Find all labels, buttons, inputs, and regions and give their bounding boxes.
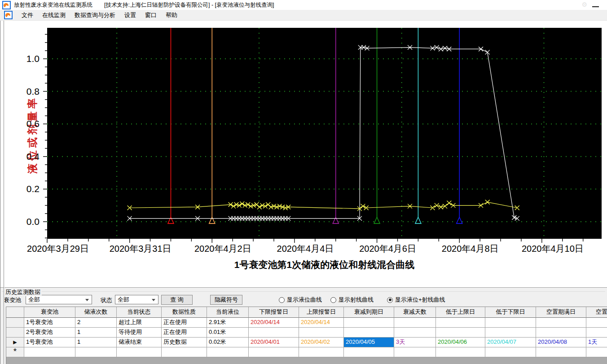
table-cell[interactable]	[436, 328, 485, 338]
table-cell[interactable]	[162, 347, 207, 357]
row-selector[interactable]	[6, 328, 24, 338]
table-cell[interactable]: 2020/04/14	[299, 318, 344, 328]
table-cell[interactable]	[299, 347, 344, 357]
app-logo-icon	[2, 1, 11, 9]
svg-text:2020年3月31日: 2020年3月31日	[110, 244, 172, 254]
table-cell[interactable]	[485, 347, 536, 357]
query-button[interactable]: 查 询	[161, 295, 193, 305]
status-filter-value: 全部	[118, 296, 129, 303]
table-cell[interactable]	[394, 318, 436, 328]
row-selector-header	[6, 307, 24, 318]
column-header[interactable]: 衰减天数	[394, 307, 436, 318]
table-cell[interactable]: 正在使用	[162, 328, 207, 338]
hide-symbols-button[interactable]: 隐藏符号	[210, 295, 242, 305]
table-cell[interactable]: 1号衰变池	[24, 338, 75, 347]
table-cell[interactable]: 3天	[394, 338, 436, 347]
status-filter-select[interactable]: 全部	[115, 295, 158, 304]
table-cell[interactable]: 0.02米	[207, 338, 249, 347]
table-cell[interactable]	[344, 318, 394, 328]
table-cell[interactable]: 储液结束	[117, 338, 162, 347]
table-cell[interactable]	[536, 347, 586, 357]
table-cell[interactable]	[485, 318, 536, 328]
column-header[interactable]: 下限报警日	[249, 307, 299, 318]
column-header[interactable]: 低于上限日	[436, 307, 485, 318]
table-cell[interactable]	[75, 347, 117, 357]
table-cell[interactable]	[249, 328, 299, 338]
table-cell[interactable]	[344, 347, 394, 357]
chart-title: 1号衰变池第1次储液的液位和射线混合曲线	[234, 259, 414, 270]
selected-table-cell[interactable]: 2020/04/05	[344, 338, 394, 347]
menu-window[interactable]: 窗口	[141, 10, 161, 20]
menu-data-query-analysis[interactable]: 数据查询与分析	[70, 10, 120, 20]
column-header[interactable]: 衰减到期日	[344, 307, 394, 318]
table-cell[interactable]	[207, 347, 249, 357]
svg-text:2020年4月2日: 2020年4月2日	[194, 244, 251, 254]
table-cell[interactable]	[586, 347, 607, 357]
table-cell[interactable]: 1号衰变池	[24, 318, 75, 328]
table-cell[interactable]	[117, 347, 162, 357]
chart-region: 液位或剂量率 0.00.20.40.60.81.02020年3月29日2020年…	[0, 20, 607, 287]
table-cell[interactable]	[24, 347, 75, 357]
column-header[interactable]: 衰变池	[24, 307, 75, 318]
table-cell[interactable]	[586, 318, 607, 328]
table-cell[interactable]: 2	[75, 318, 117, 328]
table-cell[interactable]: 2020/04/14	[249, 318, 299, 328]
chevron-down-icon	[152, 299, 155, 303]
table-cell[interactable]: 1天	[586, 338, 607, 347]
table-cell[interactable]	[586, 328, 607, 338]
svg-text:2020年3月29日: 2020年3月29日	[27, 244, 89, 254]
table-cell[interactable]: 2020/04/08	[536, 338, 586, 347]
minimize-button[interactable]	[592, 6, 599, 7]
table-cell[interactable]	[394, 328, 436, 338]
table-cell[interactable]	[436, 318, 485, 328]
column-header[interactable]: 空置期满日	[536, 307, 586, 318]
svg-text:0.4: 0.4	[26, 151, 40, 162]
table-cell[interactable]	[394, 347, 436, 357]
table-cell[interactable]: 2.91米	[207, 318, 249, 328]
table-cell[interactable]	[299, 328, 344, 338]
column-header[interactable]: 当前状态	[117, 307, 162, 318]
table-cell[interactable]	[536, 328, 586, 338]
column-header[interactable]: 当前液位	[207, 307, 249, 318]
table-cell[interactable]	[344, 328, 394, 338]
radio-show-ray-curve[interactable]: 显示射线曲线	[330, 296, 374, 304]
table-cell[interactable]	[436, 347, 485, 357]
table-cell[interactable]: 1	[75, 328, 117, 338]
table-cell[interactable]: 2020/04/02	[299, 338, 344, 347]
svg-text:2020年4月8日: 2020年4月8日	[442, 244, 499, 254]
table-cell[interactable]: 2020/04/01	[249, 338, 299, 347]
table-cell[interactable]: 超过上限	[117, 318, 162, 328]
menu-online-monitoring[interactable]: 在线监测	[38, 10, 70, 20]
radio-show-level-plus-ray-curve[interactable]: 显示液位+射线曲线	[387, 296, 445, 304]
history-panel: 历史监测数据 衰变池 全部 状态 全部 查 询 隐藏符号 显示液位曲线 显示射线…	[0, 287, 607, 364]
row-selector[interactable]	[6, 318, 24, 328]
table-cell[interactable]: 0.01米	[207, 328, 249, 338]
table-cell[interactable]	[249, 347, 299, 357]
new-row-indicator[interactable]: *	[6, 347, 24, 357]
table-cell[interactable]: 2020/04/06	[436, 338, 485, 347]
column-header[interactable]: 上限报警日	[299, 307, 344, 318]
svg-text:0.6: 0.6	[26, 118, 40, 129]
table-cell[interactable]	[536, 318, 586, 328]
radio-show-level-curve[interactable]: 显示液位曲线	[279, 296, 322, 304]
table-cell[interactable]: 2020/04/07	[485, 338, 536, 347]
column-header[interactable]: 储液次数	[75, 307, 117, 318]
table-cell[interactable]: 等待使用	[117, 328, 162, 338]
menu-help[interactable]: 帮助	[161, 10, 182, 20]
column-header[interactable]: 低于下限日	[485, 307, 536, 318]
table-cell[interactable]	[485, 328, 536, 338]
table-cell[interactable]: 正在使用	[162, 318, 207, 328]
current-row-indicator[interactable]: ▶	[6, 338, 24, 347]
column-header[interactable]: 数据性质	[162, 307, 207, 318]
table-cell[interactable]: 2号衰变池	[24, 328, 75, 338]
column-header[interactable]: 空置天数	[586, 307, 607, 318]
table-cell[interactable]: 历史数据	[162, 338, 207, 347]
pool-filter-select[interactable]: 全部	[26, 295, 92, 304]
table-cell[interactable]: 1	[75, 338, 117, 347]
menu-settings[interactable]: 设置	[120, 10, 141, 20]
mdi-client-edge-highlight	[4, 20, 4, 364]
window-title: 放射性废水衰变池在线监测系统[技术支持:上海仁日辐射防护设备有限公司] - [衰…	[14, 1, 274, 9]
table-row: 2号衰变池1等待使用正在使用0.01米	[6, 328, 607, 338]
gear-icon: ⚙	[581, 1, 587, 8]
menu-file[interactable]: 文件	[17, 10, 38, 20]
